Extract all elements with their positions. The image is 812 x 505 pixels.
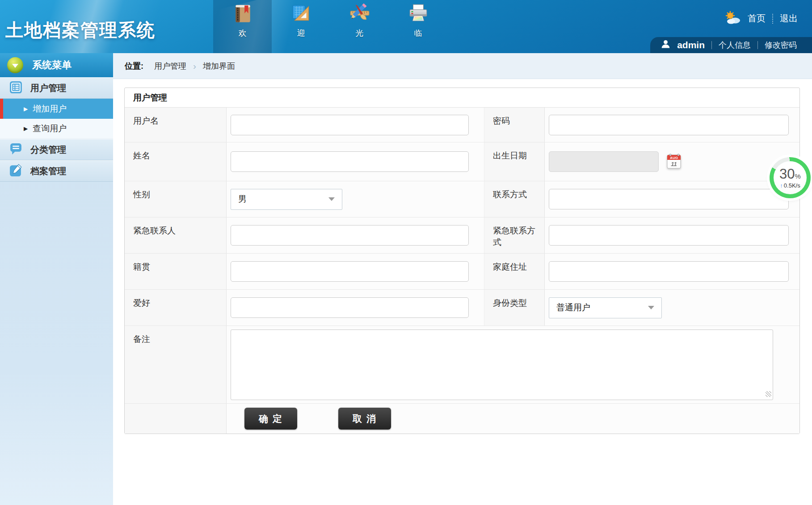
birthdate-label: 出生日期 [484,142,545,181]
home-link[interactable]: 首页 [748,13,766,25]
form-row: 姓名 出生日期 AUG 11 [125,142,799,181]
download-speed-ball[interactable]: 30 % ↑ 0.5K/s [770,157,811,198]
form-row: 籍贯 家庭住址 [125,254,799,290]
welcome-tab-3[interactable]: 光 [330,0,389,53]
chevron-down-icon [12,64,18,68]
svg-text:AUG: AUG [670,155,678,159]
contact-input[interactable] [549,189,789,209]
sidebar-item-user-management[interactable]: 用户管理 [0,77,113,99]
profile-link[interactable]: 个人信息 [719,40,751,50]
nav-divider [772,14,773,24]
sidebar-item-label: 档案管理 [30,165,66,177]
user-icon [661,39,670,51]
cancel-button[interactable]: 取 消 [338,408,391,430]
name-label: 姓名 [125,142,227,181]
menu-collapse-icon[interactable] [7,57,23,73]
username-label[interactable]: admin [677,40,705,50]
address-input[interactable] [549,261,789,282]
user-bar: admin 个人信息 修改密码 [650,37,812,53]
password-label: 密码 [484,108,545,142]
main-content: 位置: 用户管理 › 增加界面 用户管理 用户名 密码 姓名 出生 [113,53,812,505]
sidebar-item-category-management[interactable]: 分类管理 [0,139,113,160]
printer-icon [408,3,429,25]
hobby-label: 爱好 [125,290,227,326]
header-nav: 首页 退出 [724,11,798,26]
sidebar-item-label: 分类管理 [30,144,66,156]
chevron-down-icon [648,306,654,309]
empty-label-cell [125,404,227,434]
app-title: 土地档案管理系统 [5,18,156,42]
welcome-tab-1[interactable]: 欢 [213,0,272,53]
arrow-right-icon: ▶ [24,106,28,112]
breadcrumb-prefix: 位置: [125,61,143,71]
birthplace-input[interactable] [231,261,469,282]
name-input[interactable] [231,151,469,172]
sidebar-subitem-add-user[interactable]: ▶ 增加用户 [0,99,113,119]
confirm-button[interactable]: 确 定 [244,408,297,430]
gender-selected-value: 男 [238,193,247,205]
sidebar-subitem-label: 增加用户 [33,103,67,115]
list-icon [9,80,23,96]
system-menu-header[interactable]: 系统菜单 [0,53,113,77]
welcome-tab-label: 迎 [297,28,305,38]
pencil-brush-icon [349,3,370,25]
welcome-tab-2[interactable]: 迎 [272,0,330,53]
form-row: 备注 [125,326,799,404]
username-label: 用户名 [125,108,227,142]
user-management-panel: 用户管理 用户名 密码 姓名 出生日期 [124,88,800,434]
remark-textarea[interactable] [231,330,773,400]
chat-icon [9,142,23,158]
breadcrumb: 位置: 用户管理 › 增加界面 [113,53,812,79]
breadcrumb-item-add-page: 增加界面 [203,61,235,71]
hobby-input[interactable] [231,297,469,318]
birthplace-label: 籍贯 [125,254,227,289]
sidebar-item-archive-management[interactable]: 档案管理 [0,160,113,182]
logout-link[interactable]: 退出 [780,13,798,25]
sidebar-subitem-label: 查询用户 [33,123,67,134]
welcome-tab-label: 光 [356,28,364,38]
speed-ball-face: 30 % ↑ 0.5K/s [774,161,807,194]
gender-select[interactable]: 男 [231,189,342,210]
calendar-icon[interactable]: AUG 11 [666,152,682,171]
book-icon [232,3,253,25]
sidebar-item-label: 用户管理 [30,82,66,94]
upload-arrow-icon: ↑ [780,182,783,189]
password-input[interactable] [549,115,789,135]
sidebar: 系统菜单 用户管理 ▶ 增加用户 ▶ [0,53,113,505]
userbar-divider [757,41,758,49]
birthdate-input[interactable] [549,151,659,172]
form-row: 爱好 身份类型 普通用户 [125,290,799,326]
address-label: 家庭住址 [484,254,545,289]
form-actions-row: 确 定 取 消 [125,404,799,434]
emergency-contact-label: 紧急联系人 [125,217,227,253]
welcome-tab-label: 欢 [239,28,247,38]
emergency-phone-label: 紧急联系方式 [484,217,545,253]
set-square-icon [291,3,311,25]
emergency-contact-input[interactable] [231,225,469,246]
chevron-down-icon [328,197,335,201]
system-menu-title: 系统菜单 [32,58,72,72]
app-root: 土地档案管理系统 欢 [0,0,812,505]
identity-select[interactable]: 普通用户 [549,297,662,318]
identity-selected-value: 普通用户 [556,302,590,313]
userbar-divider [711,41,712,49]
username-input[interactable] [231,115,469,135]
welcome-tab-strip: 欢 迎 [213,0,447,53]
chevron-right-icon: › [193,61,196,71]
edit-icon [9,163,23,179]
svg-text:11: 11 [671,161,677,167]
welcome-tab-label: 临 [414,28,422,38]
identity-label: 身份类型 [484,290,545,326]
speed-rate-value: 0.5K/s [784,182,800,189]
welcome-tab-4[interactable]: 临 [389,0,447,53]
form-row: 用户名 密码 [125,108,799,142]
form-row: 紧急联系人 紧急联系方式 [125,217,799,254]
breadcrumb-item-user-management[interactable]: 用户管理 [154,61,186,71]
contact-label: 联系方式 [484,181,545,217]
emergency-phone-input[interactable] [549,225,789,246]
form-row: 性别 男 联系方式 [125,181,799,217]
panel-title: 用户管理 [125,88,799,108]
change-password-link[interactable]: 修改密码 [765,40,797,50]
gender-label: 性别 [125,181,227,217]
sidebar-subitem-query-user[interactable]: ▶ 查询用户 [0,119,113,139]
